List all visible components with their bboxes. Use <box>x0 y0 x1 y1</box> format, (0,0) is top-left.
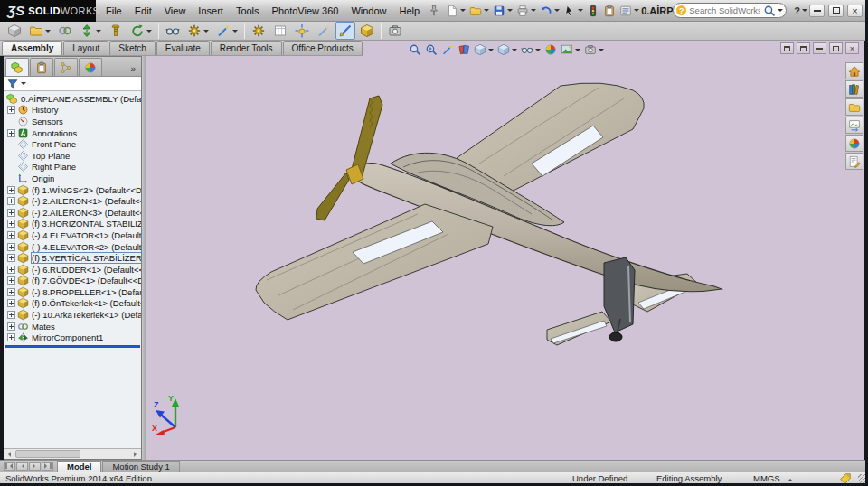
expand-icon[interactable] <box>7 299 15 307</box>
panel-overflow-button[interactable]: » <box>127 64 139 76</box>
take-snapshot-button[interactable] <box>385 22 405 40</box>
menu-photoview-360[interactable]: PhotoView 360 <box>266 2 345 20</box>
tree-item-10-arkatekerlek-1[interactable]: (-) 10.ArkaTekerlek<1> (Default< <box>4 309 141 321</box>
step-forward-button[interactable] <box>29 462 41 471</box>
go-to-start-button[interactable] <box>4 462 15 471</box>
hide-show-items-button-dropdown-icon[interactable] <box>535 49 541 54</box>
reference-geometry-button-dropdown-icon[interactable] <box>232 30 238 35</box>
zoom-to-area-button[interactable] <box>423 42 439 57</box>
tab-layout[interactable]: Layout <box>63 41 108 55</box>
tree-filter-row[interactable] <box>4 77 141 91</box>
reference-geometry-button[interactable] <box>213 22 241 40</box>
open-button[interactable] <box>467 3 491 19</box>
edit-component-button[interactable] <box>5 22 24 40</box>
tree-item-4-elevator-2-defau[interactable]: (-) 4.ELEVATOR<2> (Default<<De <box>4 241 141 253</box>
select-button-dropdown-icon[interactable] <box>578 9 583 14</box>
tree-item-top-plane[interactable]: Top Plane <box>4 150 141 162</box>
custom-properties-tab[interactable] <box>845 153 863 170</box>
edit-appearance-button[interactable] <box>542 42 559 57</box>
select-button[interactable] <box>561 3 585 19</box>
tree-item-8-propeller-1-defa[interactable]: (-) 8.PROPELLER<1> (Default<<D <box>4 286 141 298</box>
save-button-dropdown-icon[interactable] <box>507 9 513 14</box>
rebuild-button[interactable] <box>585 3 601 19</box>
expand-icon[interactable] <box>7 254 15 262</box>
mate-button[interactable] <box>55 22 75 40</box>
bill-of-materials-button[interactable] <box>270 22 290 40</box>
tab-model[interactable]: Model <box>57 461 101 472</box>
move-component-button[interactable] <box>127 22 155 40</box>
view-orientation-button[interactable] <box>472 42 495 57</box>
displaymanager-tab[interactable] <box>79 58 102 76</box>
tab-motion-study-1[interactable]: Motion Study 1 <box>102 461 179 472</box>
search-dropdown-icon[interactable] <box>778 9 783 14</box>
scroll-right-arrow[interactable] <box>131 449 141 459</box>
scrollbar-thumb[interactable] <box>15 450 80 458</box>
hide-show-items-button[interactable] <box>519 42 542 57</box>
options-button-dropdown-icon[interactable] <box>634 9 639 14</box>
insert-components-button[interactable] <box>26 22 53 40</box>
appearances-scenes-tab[interactable] <box>845 135 863 152</box>
expand-icon[interactable] <box>7 311 15 319</box>
propertymanager-tab[interactable] <box>30 58 53 76</box>
view-palette-tab[interactable] <box>845 117 863 134</box>
expand-icon[interactable] <box>7 243 15 251</box>
expand-icon[interactable] <box>7 129 15 137</box>
instant3d-button[interactable] <box>335 22 355 40</box>
configurationmanager-tab[interactable] <box>54 58 78 76</box>
rollback-bar[interactable] <box>5 345 140 348</box>
assembly-features-button-dropdown-icon[interactable] <box>203 30 209 35</box>
section-view-button[interactable] <box>456 42 472 57</box>
tree-item-2-aileron-3-defaul[interactable]: (-) 2.AILERON<3> (Default<<Defa <box>4 207 141 219</box>
tree-item-f-9-ntekerlek-1-def[interactable]: (f) 9.ÖnTekerlek<1> (Default<<D <box>4 298 141 310</box>
units-selector[interactable]: MMGS <box>753 473 793 483</box>
expand-icon[interactable] <box>7 276 15 285</box>
tree-item-front-plane[interactable]: Front Plane <box>4 138 141 150</box>
display-style-button-dropdown-icon[interactable] <box>512 49 517 54</box>
linear-component-pattern-button-dropdown-icon[interactable] <box>96 30 101 35</box>
doc-close-button[interactable]: × <box>845 42 859 54</box>
explode-line-sketch-button[interactable] <box>314 22 334 40</box>
menu-file[interactable]: File <box>99 2 128 20</box>
expand-icon[interactable] <box>7 197 15 205</box>
search-input[interactable] <box>686 5 763 15</box>
print-button[interactable] <box>514 3 538 19</box>
view-settings-button-dropdown-icon[interactable] <box>599 49 604 54</box>
restore-button[interactable] <box>828 5 844 17</box>
print-button-dropdown-icon[interactable] <box>531 9 536 14</box>
tab-render-tools[interactable]: Render Tools <box>211 41 282 55</box>
search-icon[interactable] <box>763 5 776 17</box>
graphics-viewport[interactable]: × Y Z X <box>146 41 864 460</box>
scroll-left-arrow[interactable] <box>4 449 14 459</box>
expand-icon[interactable] <box>7 322 15 331</box>
help-button[interactable]: ? <box>792 5 809 16</box>
tree-item-origin[interactable]: Origin <box>4 173 141 184</box>
tree-item-f-3-hori-zontal-stabi-li[interactable]: (f) 3.HORİZONTAL STABİLİZER<7 <box>4 219 141 230</box>
tree-item-2-aileron-1-defaul[interactable]: (-) 2.AILERON<1> (Default<<Defa <box>4 195 141 207</box>
step-back-button[interactable] <box>16 462 28 471</box>
update-speedpak-button[interactable] <box>357 22 377 40</box>
menu-edit[interactable]: Edit <box>128 2 158 20</box>
tree-item-f-1-wi-ngs-2-default[interactable]: (f) 1.WİNGS<2> (Default<<Defaul <box>4 184 141 196</box>
minimize-button[interactable] <box>809 5 825 17</box>
expand-icon[interactable] <box>7 186 15 194</box>
doc-window-icon-1[interactable] <box>780 42 794 54</box>
tree-item-f-7-g-vde-1-default[interactable]: (f) 7.GÖVDE<1> (Default<<Defau <box>4 276 141 287</box>
tree-item-6-rudder-1-default[interactable]: (-) 6.RUDDER<1> (Default<<Defa <box>4 264 141 276</box>
menu-window[interactable]: Window <box>344 2 392 20</box>
tree-item-annotations[interactable]: Annotations <box>4 127 141 139</box>
previous-view-button[interactable] <box>439 42 456 57</box>
view-orientation-button-dropdown-icon[interactable] <box>488 49 494 54</box>
expand-icon[interactable] <box>7 333 15 341</box>
options-button[interactable] <box>618 3 641 19</box>
tree-item-4-elevator-1-defau[interactable]: (-) 4.ELEVATOR<1> (Default<<De <box>4 229 141 241</box>
move-component-button-dropdown-icon[interactable] <box>146 30 152 35</box>
expand-icon[interactable] <box>7 220 15 228</box>
expand-icon[interactable] <box>7 106 15 114</box>
tab-sketch[interactable]: Sketch <box>109 41 156 55</box>
file-explorer-tab[interactable] <box>845 98 863 116</box>
tree-item-sensors[interactable]: Sensors <box>4 116 141 127</box>
new-document-button[interactable] <box>444 3 467 19</box>
tab-office-products[interactable]: Office Products <box>283 41 363 55</box>
smart-fasteners-button[interactable] <box>106 22 126 40</box>
tree-item-right-plane[interactable]: Right Plane <box>4 162 141 173</box>
